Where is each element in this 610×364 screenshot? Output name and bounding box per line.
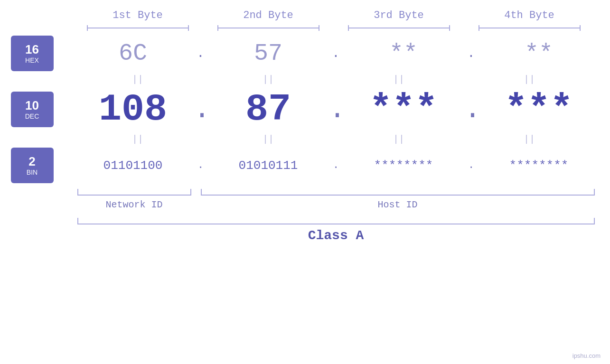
class-label: Class A: [75, 228, 597, 243]
bin-bytes-row: 01101100 . 01010111 . ******** . *******…: [73, 159, 600, 173]
eq-2-2: ||: [203, 134, 334, 145]
bin-sep-2: .: [329, 159, 343, 171]
dec-bytes-row: 108 . 87 . *** . ***: [73, 88, 600, 131]
eq-1-3: ||: [334, 74, 464, 85]
byte-header-2: 2nd Byte: [203, 9, 334, 25]
bottom-bracket-section: Network ID Host ID Class A: [75, 188, 597, 243]
dec-byte-1-cell: 108: [73, 88, 194, 131]
dec-byte-4-cell: ***: [479, 88, 600, 131]
dec-byte-2: 87: [245, 88, 291, 131]
host-id-bracket: [198, 188, 597, 196]
hex-base-number: 16: [25, 43, 39, 56]
network-id-label: Network ID: [75, 199, 194, 210]
dec-byte-4: ***: [505, 88, 573, 131]
dec-base-text: DEC: [25, 112, 39, 120]
id-labels-row: Network ID Host ID: [75, 199, 597, 210]
byte-header-3: 3rd Byte: [334, 9, 464, 25]
bin-base-text: BIN: [27, 168, 38, 176]
hex-base-text: HEX: [25, 56, 39, 64]
eq-1-4: ||: [464, 74, 595, 85]
network-id-bracket: [75, 188, 194, 196]
bin-sep-1: .: [194, 159, 208, 171]
big-bottom-bracket: [75, 217, 597, 224]
byte-headers: 1st Byte 2nd Byte 3rd Byte 4th Byte: [73, 9, 595, 25]
hex-sep-1: .: [194, 46, 208, 61]
dec-base-number: 10: [25, 99, 39, 112]
bin-byte-2: 01010111: [239, 159, 298, 173]
bracket-4: [464, 25, 595, 31]
dec-row: 10 DEC 108 . 87 . *** . ***: [11, 88, 600, 131]
dec-byte-2-cell: 87: [208, 88, 329, 131]
dec-byte-1: 108: [99, 88, 167, 131]
main-container: 1st Byte 2nd Byte 3rd Byte 4th Byte 16 H…: [0, 0, 610, 364]
watermark: ipshu.com: [572, 352, 601, 359]
bin-byte-3: ********: [374, 159, 433, 173]
hex-byte-2-cell: 57: [208, 40, 329, 67]
dec-byte-3-cell: ***: [343, 88, 464, 131]
hex-byte-3-cell: **: [343, 40, 464, 67]
hex-bytes-row: 6C . 57 . ** . **: [73, 40, 600, 67]
equals-row-1: || || || ||: [73, 71, 595, 88]
hex-sep-3: .: [464, 46, 479, 61]
hex-byte-2: 57: [254, 40, 282, 67]
eq-2-1: ||: [73, 134, 203, 145]
hex-byte-3: **: [389, 40, 418, 67]
bin-byte-2-cell: 01010111: [208, 159, 329, 173]
hex-sep-2: .: [329, 46, 343, 61]
hex-label-badge: 16 HEX: [11, 36, 54, 71]
bin-label-badge: 2 BIN: [11, 148, 54, 183]
bracket-3: [334, 25, 464, 31]
byte-header-1: 1st Byte: [73, 9, 203, 25]
equals-row-2: || || || ||: [73, 131, 595, 148]
bin-sep-3: .: [464, 159, 479, 171]
dec-sep-2: .: [329, 93, 343, 126]
dec-sep-1: .: [194, 93, 208, 126]
byte-header-4: 4th Byte: [464, 9, 595, 25]
bottom-brackets-row: [75, 188, 597, 196]
hex-byte-4-cell: **: [479, 40, 600, 67]
bin-byte-4-cell: ********: [479, 159, 600, 173]
bin-byte-1-cell: 01101100: [73, 159, 194, 173]
dec-sep-3: .: [464, 93, 479, 126]
bracket-1: [73, 25, 203, 31]
eq-1-2: ||: [203, 74, 334, 85]
host-id-label: Host ID: [198, 199, 597, 210]
dec-byte-3: ***: [369, 88, 438, 131]
bin-base-number: 2: [28, 155, 35, 168]
bin-row: 2 BIN 01101100 . 01010111 . ******** . *…: [11, 148, 600, 183]
top-brackets: [73, 25, 595, 31]
bin-byte-4: ********: [509, 159, 569, 173]
bracket-2: [203, 25, 334, 31]
eq-2-4: ||: [464, 134, 595, 145]
bin-byte-3-cell: ********: [343, 159, 464, 173]
hex-byte-1: 6C: [119, 40, 147, 67]
hex-byte-1-cell: 6C: [73, 40, 194, 67]
dec-label-badge: 10 DEC: [11, 92, 54, 127]
content-area: 16 HEX 6C . 57 . ** . **: [11, 36, 600, 183]
eq-1-1: ||: [73, 74, 203, 85]
hex-byte-4: **: [525, 40, 553, 67]
hex-row: 16 HEX 6C . 57 . ** . **: [11, 36, 600, 71]
bin-byte-1: 01101100: [103, 159, 163, 173]
eq-2-3: ||: [334, 134, 464, 145]
